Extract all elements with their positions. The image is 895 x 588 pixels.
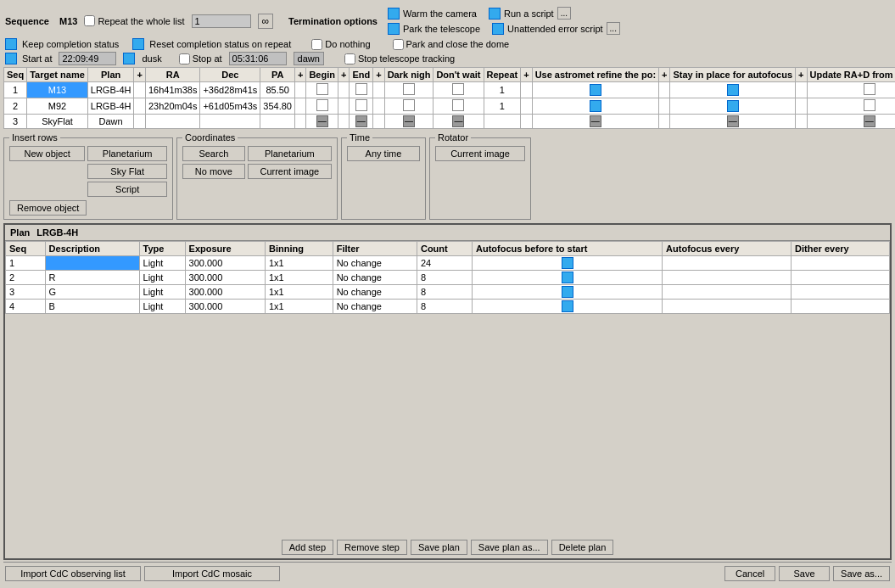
plan-row3-af-start-check[interactable] — [562, 286, 573, 298]
remove-step-button[interactable]: Remove step — [337, 540, 407, 555]
stop-at-time-input[interactable] — [229, 52, 287, 65]
col-pa-add[interactable]: + — [294, 68, 305, 82]
no-move-button[interactable]: No move — [182, 164, 245, 179]
start-at-check[interactable] — [5, 53, 17, 64]
unattended-error-ellipsis[interactable]: ... — [607, 22, 620, 35]
reset-completion-check[interactable] — [132, 38, 144, 50]
park-close-dome-check[interactable] — [393, 39, 404, 50]
park-telescope-check[interactable] — [388, 23, 400, 35]
col-stay-add[interactable]: + — [796, 68, 807, 82]
row1-astromet-check[interactable] — [590, 84, 601, 96]
add-step-button[interactable]: Add step — [282, 540, 333, 555]
row1-update-ra-check[interactable] — [864, 83, 875, 95]
plan-col-type: Type — [139, 242, 185, 256]
row1-begin — [306, 82, 338, 98]
stop-tracking-check[interactable] — [344, 53, 355, 64]
row2-end-check[interactable] — [355, 99, 367, 111]
col-plan-add[interactable]: + — [134, 68, 145, 82]
plan-col-desc: Description — [45, 242, 139, 256]
col-begin-add[interactable]: + — [338, 68, 349, 82]
row2-astromet-check[interactable] — [590, 100, 601, 112]
warm-camera-check[interactable] — [388, 8, 400, 20]
remove-object-button[interactable]: Remove object — [9, 200, 87, 216]
table-row[interactable]: 3 SkyFlat Dawn — — — — — — [4, 115, 896, 129]
current-image-coords-button[interactable]: Current image — [248, 164, 332, 179]
time-legend: Time — [347, 132, 372, 143]
plan-table-row[interactable]: 2 R Light 300.000 1x1 No change 8 — [6, 271, 890, 285]
row1-target: M13 — [27, 82, 88, 98]
plan-col-filter: Filter — [333, 242, 417, 256]
plan-row2-dither — [792, 271, 890, 285]
row2-update-ra-check[interactable] — [864, 99, 875, 111]
start-at-time-input[interactable] — [59, 52, 116, 65]
save-button[interactable]: Save — [779, 566, 830, 581]
new-object-button[interactable]: New object — [9, 146, 85, 161]
plan-row4-af-start-check[interactable] — [562, 300, 573, 312]
row3-dark: — — [384, 115, 434, 129]
row2-astromet-add — [659, 98, 670, 115]
repeat-count-input[interactable] — [192, 14, 251, 28]
repeat-checkbox[interactable] — [84, 15, 95, 26]
plan-table-row[interactable]: 3 G Light 300.000 1x1 No change 8 — [6, 285, 890, 300]
rotator-fieldset: Rotator Current image — [429, 132, 531, 220]
planetarium-coords-button[interactable]: Planetarium — [248, 146, 332, 161]
row1-dont-wait-check[interactable] — [452, 83, 464, 95]
col-end-add[interactable]: + — [373, 68, 384, 82]
run-script-check[interactable] — [489, 8, 501, 20]
table-row[interactable]: 2 M92 LRGB-4H 23h20m04s +61d05m43s 354.8… — [4, 98, 896, 115]
plan-row2-af-start-check[interactable] — [562, 272, 573, 283]
unattended-error-check[interactable] — [492, 23, 504, 35]
cancel-button[interactable]: Cancel — [724, 566, 775, 581]
row1-stay-check[interactable] — [727, 84, 739, 96]
row2-dont-wait-check[interactable] — [452, 99, 464, 111]
row1-begin-check[interactable] — [316, 83, 328, 95]
infinity-button[interactable]: ∞ — [258, 14, 274, 29]
col-repeat-add[interactable]: + — [521, 68, 532, 82]
save-as-button[interactable]: Save as... — [833, 566, 890, 581]
any-time-button[interactable]: Any time — [347, 146, 420, 161]
plan-row3-exposure: 300.000 — [185, 285, 265, 300]
col-astromet-add[interactable]: + — [659, 68, 670, 82]
warm-camera-label: Warm the camera — [403, 8, 477, 19]
plan-row1-dither — [792, 256, 890, 271]
col-dark: Dark nigh — [384, 68, 434, 82]
dusk-check[interactable] — [123, 53, 135, 64]
row3-repeat-add — [521, 115, 532, 129]
row2-dark-check[interactable] — [403, 99, 415, 111]
search-button[interactable]: Search — [182, 146, 245, 161]
plan-row1-af-start-check[interactable] — [562, 257, 573, 269]
row3-begin: — — [306, 115, 338, 129]
row1-dark-check[interactable] — [403, 83, 415, 95]
import-mosaic-button[interactable]: Import CdC mosaic — [144, 566, 280, 581]
row3-dark-dash: — — [403, 115, 415, 127]
run-script-ellipsis[interactable]: ... — [557, 7, 571, 20]
do-nothing-check[interactable] — [311, 39, 322, 50]
do-nothing-label: Do nothing — [311, 39, 370, 50]
row2-stay-check[interactable] — [727, 100, 739, 112]
row1-stay-add — [796, 82, 807, 98]
delete-plan-button[interactable]: Delete plan — [551, 540, 614, 555]
row3-dont-wait-dash: — — [452, 115, 464, 127]
plan-table-row[interactable]: 1 Light 300.000 1x1 No change 24 — [6, 256, 890, 271]
row1-end-check[interactable] — [355, 83, 367, 95]
plan-row2-count: 8 — [417, 271, 472, 285]
save-plan-button[interactable]: Save plan — [411, 540, 467, 555]
planetarium-button[interactable]: Planetarium — [87, 146, 167, 161]
save-plan-as-button[interactable]: Save plan as... — [471, 540, 548, 555]
table-row[interactable]: 1 M13 LRGB-4H 16h41m38s +36d28m41s 85.50… — [4, 82, 896, 98]
current-image-rotator-button[interactable]: Current image — [435, 146, 525, 161]
stop-at-check[interactable] — [179, 53, 190, 64]
row3-update-ra-dash: — — [864, 115, 875, 127]
col-dont-wait: Don't wait — [434, 68, 484, 82]
row3-pa-add — [294, 115, 305, 129]
import-cdc-button[interactable]: Import CdC observing list — [5, 566, 141, 581]
plan-row4-seq: 4 — [6, 300, 46, 314]
keep-completion-check[interactable] — [5, 38, 17, 50]
script-button[interactable]: Script — [87, 182, 167, 197]
sky-flat-button[interactable]: Sky Flat — [87, 164, 167, 179]
plan-row3-filter: No change — [333, 285, 417, 300]
row2-begin-check[interactable] — [316, 99, 328, 111]
row1-repeat: 1 — [484, 82, 521, 98]
plan-row2-exposure: 300.000 — [185, 271, 265, 285]
plan-table-row[interactable]: 4 B Light 300.000 1x1 No change 8 — [6, 300, 890, 314]
